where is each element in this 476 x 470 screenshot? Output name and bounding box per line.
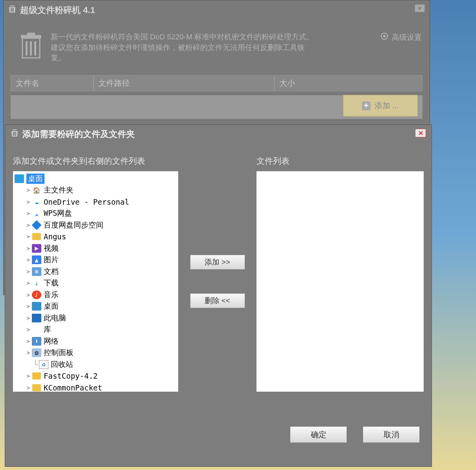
chevron-right-icon[interactable]: >: [25, 373, 32, 379]
tree-item-label: 主文件夹: [44, 185, 74, 195]
chevron-right-icon[interactable]: >: [25, 233, 32, 240]
chevron-right-icon[interactable]: >: [25, 303, 32, 309]
tree-item[interactable]: >🏠主文件夹: [14, 185, 177, 196]
svg-rect-4: [21, 35, 41, 38]
chevron-right-icon[interactable]: >: [25, 210, 32, 216]
add-to-list-button[interactable]: 添加 >>: [190, 255, 245, 270]
dialog-titlebar: 添加需要粉碎的文件及文件夹: [5, 125, 432, 144]
cancel-button[interactable]: 取消: [363, 426, 420, 443]
desktop-icon: [15, 174, 24, 183]
tree-item-label: OneDrive - Personal: [44, 198, 129, 206]
tree-item-label: 网络: [44, 336, 59, 346]
tree-item-label: 桌面: [26, 174, 44, 184]
chevron-right-icon[interactable]: >: [25, 350, 32, 356]
chevron-right-icon[interactable]: >: [25, 326, 32, 333]
trash-icon: [8, 5, 16, 16]
tree-item[interactable]: >Angus: [14, 231, 177, 243]
tree-item[interactable]: >百度网盘同步空间: [14, 219, 177, 231]
chevron-right-icon[interactable]: >: [25, 257, 32, 263]
tree-item-label: 图片: [44, 255, 59, 265]
svg-rect-12: [14, 132, 15, 136]
chevron-right-icon[interactable]: >: [25, 187, 32, 193]
main-close-button[interactable]: ✕: [415, 4, 425, 12]
tree-item[interactable]: >≡文档: [14, 266, 177, 278]
svg-rect-7: [30, 41, 32, 56]
file-list-panel: 文件列表: [256, 155, 424, 392]
tree-item-label: 控制面板: [44, 348, 74, 358]
col-filesize[interactable]: 大小: [275, 76, 422, 91]
tree-item-label: FastCopy-4.2: [44, 372, 98, 380]
chevron-right-icon[interactable]: >: [25, 315, 32, 321]
tree-item[interactable]: >▶视频: [14, 242, 177, 254]
info-panel: 新一代的文件粉碎机符合美国 DoD 5220-M 标准中对机密文件的粉碎处理方式…: [4, 20, 430, 71]
col-filename[interactable]: 文件名: [11, 76, 94, 91]
svg-rect-6: [26, 41, 28, 56]
tree-item-label: KCommonPacket: [44, 383, 102, 392]
advanced-settings-link[interactable]: 高级设置: [380, 32, 422, 43]
settings-label: 高级设置: [392, 32, 422, 43]
tree-item[interactable]: >⚙控制面板: [14, 347, 177, 359]
dialog-buttons: 确定 取消: [290, 426, 420, 443]
file-table-header: 文件名 文件路径 大小: [11, 75, 422, 91]
tree-item-label: 此电脑: [44, 313, 66, 323]
dialog-close-button[interactable]: ✕: [415, 129, 426, 137]
main-titlebar: 超级文件粉碎机 4.1: [4, 0, 430, 20]
add-file-button[interactable]: + 添加 ...: [343, 95, 418, 117]
tree-item[interactable]: >⬇网络: [14, 335, 177, 347]
ok-button[interactable]: 确定: [290, 426, 347, 443]
folder-tree[interactable]: 桌面>🏠主文件夹>☁OneDrive - Personal>☁WPS网盘>百度网…: [13, 171, 178, 392]
svg-rect-8: [34, 41, 36, 56]
tree-item[interactable]: └♻回收站: [14, 359, 177, 370]
gear-icon: [380, 32, 389, 43]
chevron-right-icon[interactable]: >: [25, 199, 32, 205]
trash-large-icon: [19, 32, 43, 59]
svg-rect-0: [11, 8, 11, 12]
tree-item[interactable]: >☁WPS网盘: [14, 208, 177, 220]
tree-item-label: 下载: [44, 278, 59, 288]
tree-item[interactable]: >KCommonPacket: [14, 382, 177, 392]
trash-icon: [11, 129, 18, 140]
add-files-dialog: 添加需要粉碎的文件及文件夹 ✕ 添加文件或文件夹到右侧的文件列表 桌面>🏠主文件…: [5, 124, 432, 467]
tree-item[interactable]: > 此电脑: [14, 312, 177, 324]
svg-rect-1: [12, 8, 13, 12]
chevron-right-icon[interactable]: >: [25, 338, 32, 344]
file-list[interactable]: [256, 171, 424, 392]
tree-item-label: 桌面: [44, 301, 59, 311]
main-title: 超级文件粉碎机 4.1: [20, 4, 95, 16]
file-list-label: 文件列表: [256, 155, 424, 167]
tree-item-label: WPS网盘: [44, 208, 72, 218]
tree-panel-label: 添加文件或文件夹到右侧的文件列表: [13, 155, 178, 167]
tree-item-label: Angus: [44, 232, 66, 241]
tree-item[interactable]: > 桌面: [14, 301, 177, 313]
tree-item[interactable]: >▲图片: [14, 254, 177, 266]
tree-item[interactable]: >库: [14, 324, 177, 336]
plus-icon: +: [362, 102, 371, 110]
tree-item-label: 音乐: [44, 290, 59, 300]
chevron-right-icon[interactable]: >: [25, 280, 32, 286]
chevron-right-icon[interactable]: >: [25, 385, 32, 391]
tree-item-label: 百度网盘同步空间: [44, 220, 103, 230]
dialog-title: 添加需要粉碎的文件及文件夹: [22, 128, 135, 140]
tree-item-label: 库: [44, 324, 51, 335]
svg-rect-13: [15, 132, 16, 136]
tree-root-item[interactable]: 桌面: [14, 173, 177, 185]
col-filepath[interactable]: 文件路径: [94, 76, 275, 91]
tree-panel: 添加文件或文件夹到右侧的文件列表 桌面>🏠主文件夹>☁OneDrive - Pe…: [13, 155, 178, 392]
tree-item[interactable]: >FastCopy-4.2: [14, 370, 177, 382]
remove-from-list-button[interactable]: 删除 <<: [190, 293, 245, 308]
tree-item[interactable]: >♪音乐: [14, 289, 177, 301]
tree-item[interactable]: >☁OneDrive - Personal: [14, 196, 177, 208]
add-label: 添加 ...: [375, 100, 399, 111]
tree-item-label: 文档: [44, 266, 59, 277]
chevron-right-icon[interactable]: >: [25, 268, 32, 275]
chevron-right-icon[interactable]: >: [25, 222, 32, 228]
svg-rect-5: [27, 33, 35, 35]
svg-point-10: [383, 35, 386, 37]
chevron-right-icon[interactable]: >: [25, 292, 32, 298]
svg-rect-2: [13, 8, 14, 12]
tree-item-label: 视频: [44, 243, 59, 254]
info-description: 新一代的文件粉碎机符合美国 DoD 5220-M 标准中对机密文件的粉碎处理方式…: [51, 32, 318, 63]
tree-item[interactable]: >↓下载: [14, 278, 177, 289]
svg-rect-11: [13, 132, 14, 136]
chevron-right-icon[interactable]: >: [25, 245, 32, 252]
